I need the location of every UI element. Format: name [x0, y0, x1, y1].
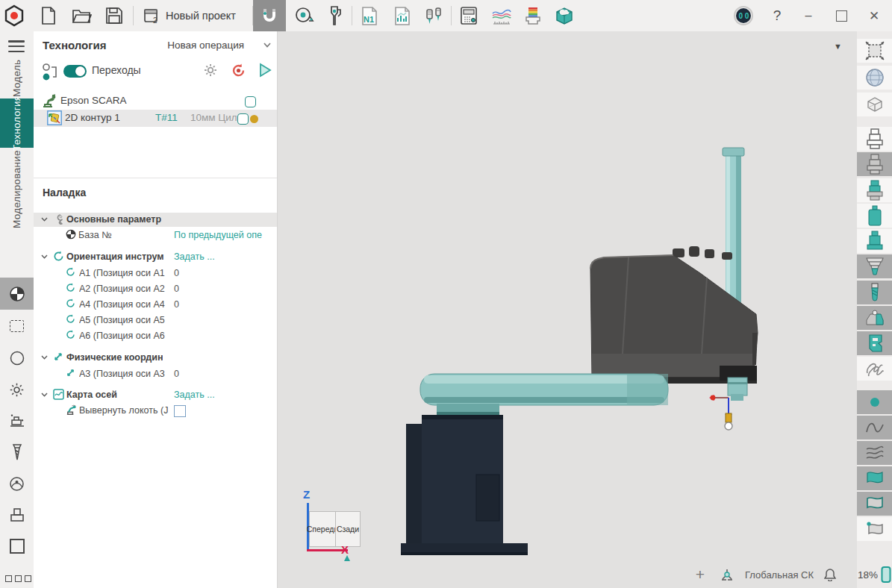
viewport-3d[interactable]: ▼	[278, 31, 857, 588]
material-stack-button[interactable]	[520, 3, 546, 28]
view-shaded-button[interactable]	[857, 66, 892, 90]
maximize-button[interactable]	[826, 1, 856, 31]
report-document-button[interactable]	[390, 3, 415, 28]
save-project-button[interactable]	[102, 3, 127, 28]
add-csys-button[interactable]: +	[696, 569, 705, 580]
square-button[interactable]	[0, 534, 34, 559]
linear-axis-icon	[53, 351, 63, 362]
flag-dot-button[interactable]	[857, 517, 892, 541]
measure-tape-button[interactable]	[292, 3, 317, 28]
param-value[interactable]: 0	[174, 268, 179, 278]
param-group-main[interactable]: Основные параметр	[34, 213, 277, 227]
recalculate-button[interactable]	[231, 63, 246, 81]
robot-pedestal	[437, 404, 499, 416]
operation-tool-desc: 10мм Цил	[190, 112, 237, 123]
param-row-elbow[interactable]: Вывернуть локоть (J	[34, 404, 277, 418]
flag-gray-button[interactable]	[857, 492, 892, 516]
param-value[interactable]: По предыдущей опе	[174, 230, 262, 240]
caliper-button[interactable]	[322, 3, 347, 28]
param-row-a3[interactable]: A3 (Позиция оси A3 0	[34, 367, 277, 381]
notifications-bell-icon[interactable]	[824, 568, 836, 581]
transitions-toggle[interactable]	[63, 65, 87, 78]
tree-row-operation[interactable]: 2D контур 1 T#11 10мм Цил	[34, 110, 277, 127]
show-tool-button[interactable]	[857, 281, 892, 304]
show-curves-button[interactable]	[857, 416, 892, 440]
show-surfaces-button[interactable]	[857, 441, 892, 465]
axis-x-arrow	[343, 555, 351, 561]
param-group-orientation[interactable]: Ориентация инструм Задать ...	[34, 250, 277, 264]
maximize-icon	[836, 10, 847, 22]
minimize-button[interactable]: –	[793, 1, 823, 31]
param-value[interactable]: 0	[174, 369, 179, 379]
param-group-axis-map[interactable]: Карта осей Задать ...	[34, 388, 277, 402]
orientation-widget[interactable]: Z Спереди Сзади X	[300, 487, 397, 569]
param-value[interactable]: 0	[174, 284, 179, 294]
machine-table-button[interactable]	[0, 408, 34, 434]
more-dots-button[interactable]	[5, 575, 31, 582]
show-fixture-button[interactable]	[857, 306, 892, 330]
tool-library-button[interactable]	[421, 3, 446, 28]
snap-magnet-button[interactable]	[253, 0, 286, 31]
gauge-button[interactable]	[0, 471, 34, 496]
param-group-physical[interactable]: Физические координ	[34, 351, 277, 365]
stock-outline-button[interactable]	[857, 127, 892, 151]
view-back-button[interactable]: Сзади	[335, 511, 361, 547]
dashed-selection-icon	[10, 320, 24, 332]
show-toolpath-button[interactable]	[857, 357, 892, 381]
settings-gear-button[interactable]	[0, 377, 34, 402]
elbow-checkbox[interactable]	[174, 405, 186, 417]
param-group-action[interactable]: Задать ...	[174, 390, 215, 400]
stock-cylinder-button[interactable]	[857, 204, 892, 228]
gcode-document-button[interactable]: N1	[357, 3, 382, 28]
drill-bit-button[interactable]	[0, 440, 34, 465]
open-project-button[interactable]	[69, 3, 94, 28]
calculator-button[interactable]	[456, 3, 481, 28]
show-machine-button[interactable]	[857, 331, 892, 355]
elbow-robot-icon	[66, 404, 77, 416]
param-row-a4[interactable]: A4 (Позиция оси A4 0	[34, 298, 277, 312]
robot-assistant-icon[interactable]: 0 0	[731, 3, 756, 28]
param-group-action[interactable]: Задать ...	[174, 251, 215, 262]
new-document-button[interactable]	[36, 3, 61, 28]
param-row-a5[interactable]: A5 (Позиция оси A5	[34, 313, 277, 328]
param-row-a1[interactable]: A1 (Позиция оси A1 0	[34, 266, 277, 281]
zoom-battery-icon[interactable]	[881, 566, 891, 584]
tab-model[interactable]: Модель	[0, 58, 34, 98]
zoom-level-value[interactable]: 18%	[858, 569, 878, 581]
machining-graph-button[interactable]	[489, 3, 514, 28]
tab-simulation[interactable]: Моделирование	[0, 152, 34, 227]
param-row-base[interactable]: База № По предыдущей опе	[34, 228, 277, 243]
stock-box-button[interactable]	[552, 3, 577, 28]
show-points-button[interactable]	[857, 390, 892, 414]
dashed-selection-button[interactable]	[0, 313, 34, 339]
param-row-a2[interactable]: A2 (Позиция оси A2 0	[34, 282, 277, 296]
help-button[interactable]: ?	[762, 1, 792, 31]
stock-teal-button[interactable]	[857, 229, 892, 253]
view-wireframe-button[interactable]	[857, 93, 892, 116]
robot-visibility-checkbox[interactable]	[245, 96, 256, 107]
stock-funnel-button[interactable]	[857, 254, 892, 278]
compass-button[interactable]	[0, 345, 34, 371]
stock-solid-gray-button[interactable]	[857, 152, 892, 176]
operation-selector[interactable]: Новая операция	[167, 40, 271, 51]
simulate-play-button[interactable]	[258, 63, 272, 81]
close-button[interactable]: ✕	[859, 1, 889, 31]
main-menu-button[interactable]	[8, 40, 25, 52]
stock-teal-gray-button[interactable]	[857, 178, 892, 202]
left-nav-rail: Модель Технология Моделирование	[0, 31, 34, 588]
csys-label[interactable]: Глобальная СК	[745, 569, 814, 581]
press-button[interactable]	[0, 502, 34, 528]
param-row-a6[interactable]: A6 (Позиция оси A6	[34, 329, 277, 343]
operation-visibility-checkbox[interactable]	[237, 113, 249, 125]
view-fit-button[interactable]	[857, 39, 892, 63]
datum-balance-button[interactable]	[0, 278, 34, 310]
tab-technology[interactable]: Технология	[0, 98, 34, 148]
flag-teal-button[interactable]	[857, 466, 892, 490]
view-front-button[interactable]: Спереди	[309, 511, 336, 547]
new-project-button[interactable]: 2 Новый проект	[138, 1, 240, 31]
param-value[interactable]: 0	[174, 299, 179, 310]
chevron-down-icon	[41, 355, 48, 360]
operations-tree: Epson SCARA 2D контур 1 T#11 10мм Цил	[34, 93, 277, 127]
tree-row-robot[interactable]: Epson SCARA	[34, 93, 277, 110]
operation-settings-button[interactable]	[203, 63, 218, 81]
